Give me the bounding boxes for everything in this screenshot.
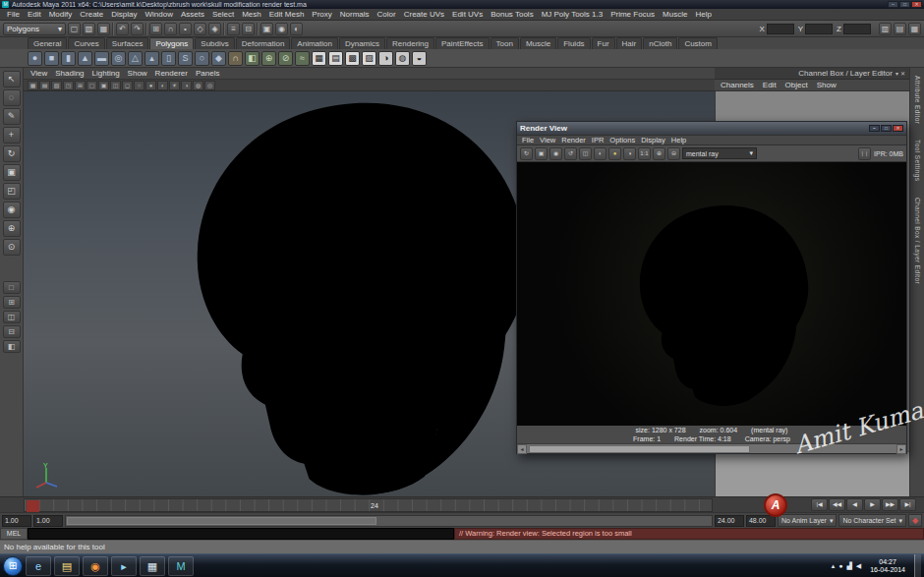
- image-plane-icon[interactable]: ▧: [51, 81, 62, 90]
- menu-set-selector[interactable]: Polygons ▾: [3, 23, 66, 35]
- range-slider[interactable]: [65, 515, 713, 527]
- range-slider-thumb[interactable]: [67, 517, 376, 525]
- shelf-tab[interactable]: Curves: [68, 37, 104, 49]
- menu-item[interactable]: Normals: [336, 10, 374, 19]
- render-view-menu-item[interactable]: View: [537, 136, 558, 144]
- channel-box-menu-item[interactable]: Edit: [763, 81, 777, 89]
- combine-icon[interactable]: ⊕: [261, 51, 276, 66]
- viewport-menu-item[interactable]: Lighting: [88, 69, 124, 78]
- shelf-tab[interactable]: General: [28, 37, 67, 49]
- render-view-menu-item[interactable]: Render: [558, 136, 589, 144]
- menu-item[interactable]: Create UVs: [400, 10, 448, 19]
- menu-item[interactable]: Bonus Tools: [487, 10, 537, 19]
- shelf-tab[interactable]: Custom: [678, 37, 718, 49]
- menu-item[interactable]: Assets: [177, 10, 208, 19]
- gate-mask-icon[interactable]: ◫: [110, 81, 121, 90]
- viewport-menu-item[interactable]: Show: [124, 69, 151, 78]
- poly-torus-icon[interactable]: ◎: [111, 51, 126, 66]
- shelf-tab[interactable]: Deformation: [236, 37, 291, 49]
- paint-select-tool-icon[interactable]: ✎: [3, 108, 21, 125]
- snap-grid-icon[interactable]: ⊞: [149, 23, 162, 35]
- render-view-image-area[interactable]: [517, 162, 906, 426]
- checker-texture-icon[interactable]: ▦: [312, 51, 326, 66]
- lasso-select-tool-icon[interactable]: ◌: [3, 89, 21, 106]
- alpha-channel-icon[interactable]: ◑: [623, 147, 636, 160]
- network-tray-icon[interactable]: ▟: [846, 562, 851, 570]
- firefox-icon[interactable]: ◉: [83, 556, 108, 576]
- menu-item[interactable]: MJ Poly Tools 1.3: [538, 10, 607, 19]
- one-to-one-icon[interactable]: 1:1: [638, 147, 651, 160]
- playback-start-field[interactable]: 1.00: [33, 515, 63, 527]
- single-pane-layout-icon[interactable]: □: [3, 281, 21, 294]
- internet-explorer-icon[interactable]: e: [26, 556, 51, 576]
- shaded-mode-icon[interactable]: ●: [145, 81, 156, 90]
- scrollbar-thumb[interactable]: [529, 445, 750, 453]
- maximize-button[interactable]: □: [899, 1, 910, 8]
- three-pane-layout-icon[interactable]: ⊟: [3, 325, 21, 338]
- sculpt-geometry-icon[interactable]: ∩: [228, 51, 243, 66]
- separator[interactable]: [112, 23, 114, 35]
- render-view-menu-item[interactable]: Options: [606, 136, 638, 144]
- menu-item[interactable]: Modify: [45, 10, 77, 19]
- render-view-menu-item[interactable]: Display: [638, 136, 668, 144]
- lighting-mode-icon[interactable]: ☀: [169, 81, 180, 90]
- last-tool-icon[interactable]: ⊙: [3, 239, 21, 256]
- shelf-tab[interactable]: Toon: [491, 37, 519, 49]
- side-tab[interactable]: Tool Settings: [914, 140, 921, 181]
- make-live-icon[interactable]: ◈: [208, 23, 221, 35]
- universal-manipulator-icon[interactable]: ◰: [3, 183, 21, 200]
- redo-previous-render-icon[interactable]: ↻: [520, 147, 533, 160]
- separate-icon[interactable]: ⊘: [278, 51, 293, 66]
- character-set-selector[interactable]: No Character Set ▾: [838, 514, 906, 527]
- scene-save-icon[interactable]: ▦: [97, 23, 110, 35]
- safe-action-icon[interactable]: ◻: [122, 81, 133, 90]
- coord-input[interactable]: [843, 24, 871, 34]
- pause-ipr-icon[interactable]: ❘❘: [858, 147, 871, 160]
- textured-mode-icon[interactable]: ◐: [157, 81, 168, 90]
- poly-prism-icon[interactable]: △: [128, 51, 143, 66]
- render-view-titlebar[interactable]: Render View – □ ✕: [517, 122, 906, 135]
- menu-item[interactable]: Prime Focus: [606, 10, 659, 19]
- shelf-tab[interactable]: Rendering: [386, 37, 434, 49]
- coord-input[interactable]: [805, 24, 833, 34]
- channel-box-menu-item[interactable]: Channels: [721, 81, 754, 89]
- separator[interactable]: [223, 23, 225, 35]
- menu-item[interactable]: Help: [691, 10, 715, 19]
- viewport-menu-item[interactable]: Shading: [51, 69, 87, 78]
- go-to-end-button[interactable]: ▶|: [899, 498, 916, 511]
- grid-texture-icon[interactable]: ▨: [362, 51, 376, 66]
- poly-pyramid-icon[interactable]: ▴: [144, 51, 159, 66]
- go-to-start-button[interactable]: |◀: [811, 498, 828, 511]
- input-connections-icon[interactable]: ⊟: [242, 23, 255, 35]
- render-settings-icon[interactable]: ◐: [290, 23, 303, 35]
- separator[interactable]: [145, 23, 147, 35]
- render-settings-icon[interactable]: ◐: [594, 147, 606, 160]
- shader-ball-icon[interactable]: ◒: [412, 51, 427, 66]
- scroll-left-arrow-icon[interactable]: ◂: [517, 444, 527, 454]
- coord-input[interactable]: [767, 24, 794, 34]
- two-pane-layout-icon[interactable]: ◫: [3, 311, 21, 323]
- ramp-texture-icon[interactable]: ▤: [328, 51, 343, 66]
- command-input[interactable]: [28, 528, 454, 540]
- noise-texture-icon[interactable]: ▩: [345, 51, 360, 66]
- ipr-render-icon[interactable]: ◉: [275, 23, 288, 35]
- channel-box-menu-item[interactable]: Object: [785, 81, 808, 89]
- step-back-key-button[interactable]: ◀◀: [829, 498, 845, 511]
- poly-sphere-icon[interactable]: ●: [28, 51, 42, 66]
- menu-item[interactable]: Create: [76, 10, 107, 19]
- render-view-menu-item[interactable]: Help: [668, 136, 689, 144]
- renderer-selector[interactable]: mental ray ▾: [682, 147, 757, 159]
- xray-mode-icon[interactable]: ◍: [193, 81, 203, 90]
- film-gate-icon[interactable]: ▢: [87, 81, 97, 90]
- menu-item[interactable]: Muscle: [659, 10, 691, 19]
- poly-platonic-icon[interactable]: ◆: [211, 51, 226, 66]
- refresh-ipr-region-icon[interactable]: ↺: [564, 147, 577, 160]
- shelf-tab[interactable]: Hair: [616, 37, 643, 49]
- shelf-tab[interactable]: PaintEffects: [435, 37, 490, 49]
- env-ball-icon[interactable]: ◑: [378, 51, 393, 66]
- menu-item[interactable]: Select: [208, 10, 238, 19]
- shelf-tab[interactable]: Subdivs: [195, 37, 234, 49]
- redo-icon[interactable]: ↷: [131, 23, 144, 35]
- show-desktop-button[interactable]: [914, 554, 921, 577]
- soft-modification-icon[interactable]: ◉: [3, 202, 21, 218]
